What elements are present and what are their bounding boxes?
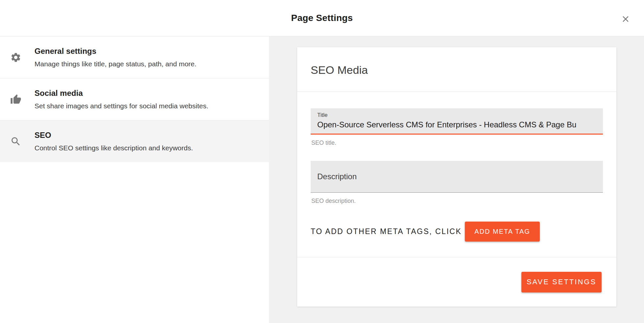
sidebar-item-title: Social media bbox=[35, 89, 256, 98]
dialog-title: Page Settings bbox=[291, 13, 353, 23]
page-settings-dialog: Page Settings General settings Manage th… bbox=[0, 0, 644, 323]
sidebar-item-title: SEO bbox=[35, 131, 256, 140]
seo-description-input[interactable] bbox=[317, 172, 596, 181]
save-settings-button[interactable]: SAVE SETTINGS bbox=[521, 272, 602, 292]
sidebar-item-description: Set share images and settings for social… bbox=[35, 102, 256, 110]
seo-media-card: SEO Media Title SEO title. SEO descripti… bbox=[297, 47, 616, 307]
sidebar-item-title: General settings bbox=[35, 47, 256, 56]
dialog-body: General settings Manage things like titl… bbox=[0, 36, 644, 323]
seo-description-field bbox=[311, 161, 603, 193]
sidebar-item-general-settings[interactable]: General settings Manage things like titl… bbox=[0, 36, 269, 78]
settings-sidebar: General settings Manage things like titl… bbox=[0, 36, 269, 323]
dialog-header: Page Settings bbox=[0, 0, 644, 36]
thumb-up-icon bbox=[10, 94, 22, 105]
search-icon bbox=[10, 136, 22, 147]
seo-description-helper: SEO description. bbox=[311, 198, 603, 205]
seo-title-label: Title bbox=[317, 112, 596, 118]
sidebar-item-description: Manage things like title, page status, p… bbox=[35, 60, 256, 68]
close-button[interactable] bbox=[620, 13, 631, 25]
meta-tag-row: TO ADD OTHER META TAGS, CLICK ADD META T… bbox=[311, 222, 603, 242]
gear-icon bbox=[10, 52, 22, 63]
settings-panel: SEO Media Title SEO title. SEO descripti… bbox=[269, 36, 644, 323]
sidebar-item-social-media[interactable]: Social media Set share images and settin… bbox=[0, 78, 269, 120]
seo-title-input[interactable] bbox=[317, 120, 596, 129]
card-footer: SAVE SETTINGS bbox=[297, 257, 616, 307]
meta-tag-hint: TO ADD OTHER META TAGS, CLICK bbox=[311, 227, 462, 236]
close-icon bbox=[621, 14, 631, 24]
card-body: Title SEO title. SEO description. TO ADD… bbox=[297, 92, 616, 257]
section-title: SEO Media bbox=[311, 64, 603, 76]
sidebar-item-description: Control SEO settings like description an… bbox=[35, 144, 256, 152]
sidebar-item-seo[interactable]: SEO Control SEO settings like descriptio… bbox=[0, 120, 269, 162]
card-header: SEO Media bbox=[297, 47, 616, 92]
seo-title-helper: SEO title. bbox=[311, 140, 603, 146]
seo-title-field: Title bbox=[311, 108, 603, 135]
add-meta-tag-button[interactable]: ADD META TAG bbox=[465, 222, 540, 242]
